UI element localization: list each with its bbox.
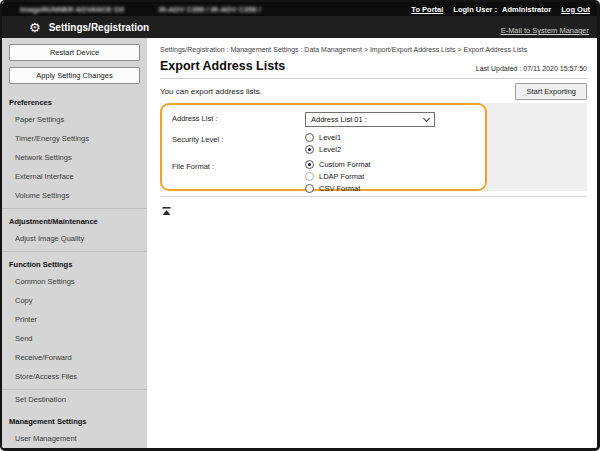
sidebar-section-management-settings: Management Settings [2, 409, 147, 429]
device-model-redacted: iR-ADV C356 / iR-ADV C356 / [159, 5, 261, 14]
radio-level1-label[interactable]: Level1 [319, 133, 341, 142]
radio-csv-format-label[interactable]: CSV Format [319, 184, 360, 193]
restart-device-button[interactable]: Restart Device [9, 44, 140, 61]
radio-level2[interactable]: Level2 [305, 145, 341, 154]
address-list-row: Address List : Address List 01 : [172, 112, 475, 127]
radio-custom-format[interactable]: Custom Format [305, 160, 371, 169]
address-list-select[interactable]: Address List 01 : [305, 112, 435, 127]
sidebar-item-send[interactable]: Send [2, 329, 147, 348]
chevron-down-icon [423, 114, 430, 121]
sidebar-item-common-settings[interactable]: Common Settings [2, 272, 147, 291]
address-list-label: Address List : [172, 112, 305, 123]
radio-button-icon [305, 172, 314, 181]
sidebar-item-receive-forward[interactable]: Receive/Forward [2, 348, 147, 367]
last-updated: Last Updated : 07/11 2020 15:57:50 [476, 65, 587, 73]
file-format-row: File Format : Custom Format LDAP Format [172, 160, 475, 193]
sidebar-item-network-settings[interactable]: Network Settings [2, 148, 147, 167]
radio-ldap-format-label: LDAP Format [319, 172, 364, 181]
browser-page: imageRUNNER ADVANCE DX iR-ADV C356 / iR-… [0, 0, 600, 451]
security-level-row: Security Level : Level1 Level2 [172, 133, 475, 154]
title-row: Export Address Lists Last Updated : 07/1… [160, 59, 587, 79]
breadcrumb: Settings/Registration : Management Setti… [160, 46, 587, 53]
app-bar: ⚙ Settings/Registration E-Mail to System… [2, 16, 597, 38]
sidebar-section-adjustment-maintenance: Adjustment/Maintenance [2, 209, 147, 229]
radio-csv-format[interactable]: CSV Format [305, 184, 371, 193]
sidebar-item-printer[interactable]: Printer [2, 310, 147, 329]
security-level-options: Level1 Level2 [305, 133, 341, 154]
email-to-system-manager-link[interactable]: E-Mail to System Manager [501, 26, 589, 38]
sidebar-item-set-destination[interactable]: Set Destination [2, 390, 147, 409]
description-row: You can export address lists. Start Expo… [160, 82, 587, 101]
radio-button-icon[interactable] [305, 160, 314, 169]
address-list-selected-value: Address List 01 : [311, 115, 367, 124]
sidebar: Restart Device Apply Setting Changes Pre… [2, 38, 147, 448]
sidebar-item-user-management[interactable]: User Management [2, 429, 147, 448]
top-bar-links: To Portal Login User : Administrator Log… [411, 5, 597, 14]
sidebar-item-volume-settings[interactable]: Volume Settings [2, 186, 147, 205]
radio-ldap-format: LDAP Format [305, 172, 371, 181]
radio-level1[interactable]: Level1 [305, 133, 341, 142]
page-title: Export Address Lists [160, 59, 285, 73]
sidebar-item-timer-energy-settings[interactable]: Timer/Energy Settings [2, 129, 147, 148]
sidebar-item-adjust-image-quality[interactable]: Adjust Image Quality [2, 229, 147, 248]
security-level-label: Security Level : [172, 133, 305, 144]
sidebar-item-external-interface[interactable]: External Interface [2, 167, 147, 186]
page-description: You can export address lists. [160, 87, 262, 96]
log-out-link[interactable]: Log Out [561, 5, 590, 14]
gear-icon: ⚙ [29, 21, 41, 34]
scroll-to-top-icon[interactable] [162, 201, 171, 219]
app-title: Settings/Registration [49, 22, 150, 33]
apply-setting-changes-button[interactable]: Apply Setting Changes [9, 67, 140, 84]
export-settings-box: Address List : Address List 01 : Securit… [160, 103, 487, 191]
sidebar-item-store-access-files[interactable]: Store/Access Files [2, 367, 147, 386]
sidebar-item-copy[interactable]: Copy [2, 291, 147, 310]
radio-button-icon[interactable] [305, 145, 314, 154]
bottom-divider [160, 196, 587, 197]
radio-level2-label[interactable]: Level2 [319, 145, 341, 154]
sidebar-section-preferences: Preferences [2, 90, 147, 110]
login-user-label: Login User : [453, 5, 497, 14]
sidebar-item-paper-settings[interactable]: Paper Settings [2, 110, 147, 129]
export-settings-row: Address List : Address List 01 : Securit… [160, 103, 587, 191]
top-bar: imageRUNNER ADVANCE DX iR-ADV C356 / iR-… [2, 2, 597, 16]
start-exporting-button[interactable]: Start Exporting [515, 83, 587, 100]
radio-button-icon[interactable] [305, 184, 314, 193]
file-format-options: Custom Format LDAP Format CSV Format [305, 160, 371, 193]
login-user-name: Administrator [502, 5, 551, 14]
main-content: Settings/Registration : Management Setti… [147, 38, 597, 448]
radio-button-icon[interactable] [305, 133, 314, 142]
device-name-redacted: imageRUNNER ADVANCE DX [20, 5, 125, 14]
body-row: Restart Device Apply Setting Changes Pre… [2, 38, 597, 448]
file-format-label: File Format : [172, 160, 305, 171]
sidebar-section-function-settings: Function Settings [2, 252, 147, 272]
radio-custom-format-label[interactable]: Custom Format [319, 160, 371, 169]
to-portal-link[interactable]: To Portal [411, 5, 443, 14]
